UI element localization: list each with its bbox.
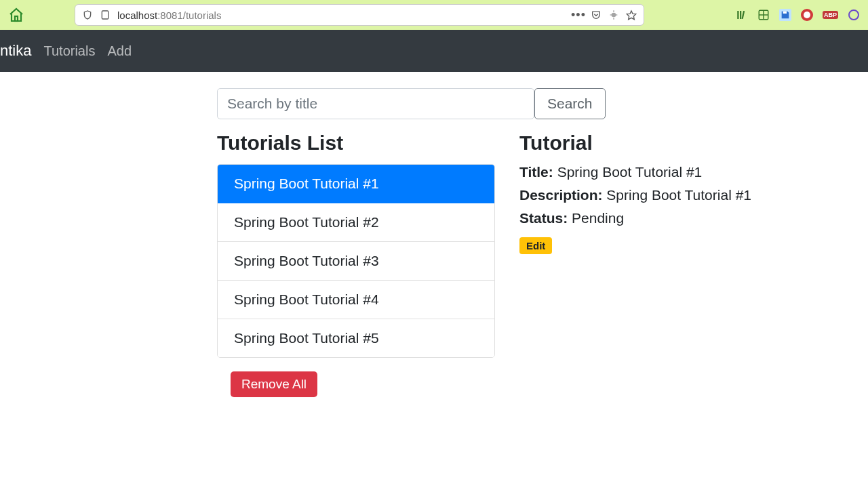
save-icon[interactable] [779,9,791,21]
svg-marker-7 [627,11,635,20]
detail-description-row: Description: Spring Boot Tutorial #1 [519,187,787,203]
edit-button[interactable]: Edit [519,237,552,254]
url-bar[interactable]: localhost:8081/tutorials ••• [75,4,644,26]
bug-icon[interactable] [608,9,619,20]
svg-point-15 [804,12,810,18]
svg-rect-0 [15,16,18,21]
main-container: Search Tutorials List Spring Boot Tutori… [203,88,800,397]
description-value: Spring Boot Tutorial #1 [606,187,751,203]
navbar-brand[interactable]: ntika [0,42,31,60]
svg-rect-8 [737,11,738,19]
description-label: Description: [519,187,603,203]
tutorials-list-column: Tutorials List Spring Boot Tutorial #1 S… [217,131,495,397]
content-columns: Tutorials List Spring Boot Tutorial #1 S… [217,131,787,397]
list-heading: Tutorials List [217,131,495,155]
tutorial-detail-column: Tutorial Title: Spring Boot Tutorial #1 … [519,131,787,397]
url-text: localhost:8081/tutorials [117,9,221,21]
abp-icon[interactable]: ABP [823,11,838,19]
more-icon[interactable]: ••• [573,9,584,20]
svg-rect-9 [740,11,741,19]
profile-icon[interactable] [848,9,860,21]
svg-rect-14 [783,12,787,14]
list-item[interactable]: Spring Boot Tutorial #2 [218,203,494,242]
svg-point-2 [612,13,616,18]
detail-title-row: Title: Spring Boot Tutorial #1 [519,164,787,180]
nav-link-add[interactable]: Add [107,43,132,59]
library-icon[interactable] [736,9,748,21]
list-item[interactable]: Spring Boot Tutorial #3 [218,242,494,281]
nav-link-tutorials[interactable]: Tutorials [43,43,95,59]
shield-icon [82,9,93,20]
url-path: :8081/tutorials [157,9,221,21]
detail-status-row: Status: Pending [519,210,787,226]
grid-icon[interactable] [757,9,770,21]
extension-toolbar: ABP [736,9,863,21]
svg-rect-10 [742,11,745,19]
search-input[interactable] [217,88,534,119]
star-icon[interactable] [626,9,637,20]
list-item[interactable]: Spring Boot Tutorial #4 [218,281,494,319]
remove-all-button[interactable]: Remove All [231,371,317,397]
app-navbar: ntika Tutorials Add [0,30,868,72]
title-value: Spring Boot Tutorial #1 [557,164,703,180]
browser-chrome: localhost:8081/tutorials ••• [0,0,868,30]
title-label: Title: [519,164,553,180]
status-value: Pending [572,210,624,226]
tutorials-list: Spring Boot Tutorial #1 Spring Boot Tuto… [217,164,495,358]
svg-rect-1 [102,11,108,19]
pocket-icon[interactable] [591,9,601,20]
detail-heading: Tutorial [519,131,787,155]
search-row: Search [217,88,787,119]
status-label: Status: [519,210,568,226]
url-host: localhost [117,9,157,21]
home-icon[interactable] [8,7,24,23]
list-item[interactable]: Spring Boot Tutorial #5 [218,319,494,357]
duckduckgo-icon[interactable] [801,9,813,21]
search-button[interactable]: Search [534,88,606,119]
page-icon [100,9,111,20]
list-item[interactable]: Spring Boot Tutorial #1 [218,165,494,203]
